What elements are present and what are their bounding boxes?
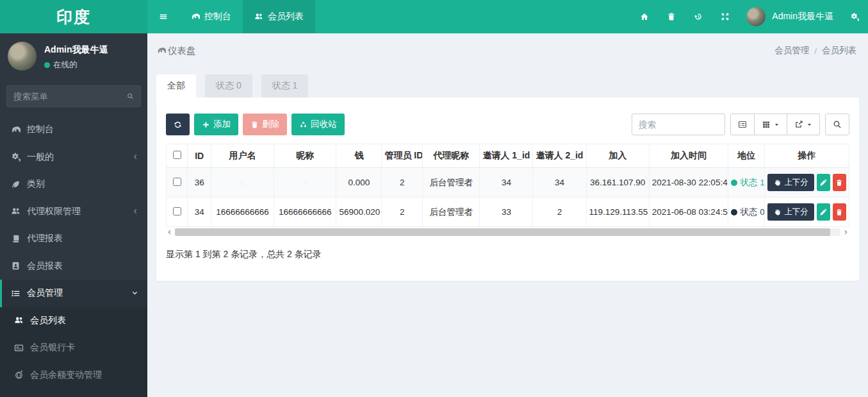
hand-icon [773, 208, 781, 216]
column-header[interactable]: 代理昵称 [423, 144, 480, 168]
navbar: 控制台 会员列表 Admin我最牛逼 [147, 0, 868, 33]
sidebar-item-member-report[interactable]: 会员报表 [0, 253, 147, 280]
delete-button[interactable]: 删除 [243, 114, 287, 135]
tab-all[interactable]: 全部 [156, 74, 196, 97]
column-header[interactable]: 地位 [728, 144, 765, 168]
column-header[interactable]: 昵称 [274, 144, 336, 168]
sidebar: Admin我最牛逼 在线的 控制台 一般的 类别 [0, 33, 147, 397]
page-title: 仪表盘 [157, 45, 196, 57]
sidebar-subitem-member-list[interactable]: 会员列表 [0, 307, 147, 335]
column-header[interactable]: 加入 [586, 144, 649, 168]
scrollbar-thumb[interactable] [175, 228, 830, 236]
export-icon [794, 120, 803, 129]
sidebar-item-console[interactable]: 控制台 [0, 116, 147, 144]
row-checkbox[interactable] [173, 178, 181, 186]
trash-button[interactable] [658, 0, 685, 33]
sidebar-search-input[interactable] [13, 92, 127, 101]
cell-inviter1-id: 33 [480, 198, 533, 227]
scroll-left-icon[interactable] [166, 229, 172, 235]
scrollbar-track[interactable] [175, 228, 840, 236]
sidebar-subitem-member-bank-card[interactable]: 会员银行卡 [0, 334, 147, 362]
hand-icon [773, 179, 781, 187]
row-delete-button[interactable] [833, 174, 846, 191]
column-header[interactable]: 邀请人 2_id [533, 144, 586, 168]
refresh-button[interactable] [166, 114, 190, 135]
avatar [8, 42, 37, 71]
select-all-checkbox[interactable] [173, 151, 181, 159]
column-header[interactable]: 操作 [765, 144, 849, 168]
column-header[interactable]: 管理员 ID [382, 144, 423, 168]
sidebar-search [6, 85, 141, 107]
row-actions: 上下分 [767, 203, 846, 221]
sidebar-item-label: 会员余额变动管理 [30, 369, 102, 381]
sidebar-menu: 控制台 一般的 类别 代理权限管理 代理报表 会员报表 [0, 116, 147, 307]
column-header[interactable]: 用户名 [211, 144, 274, 168]
refresh-icon [174, 121, 182, 129]
detail-view-button[interactable] [730, 114, 755, 135]
bank-card-icon [14, 343, 24, 353]
fullscreen-button[interactable] [712, 0, 739, 33]
recycle-bin-button[interactable]: 回收站 [291, 114, 345, 135]
cell-money: 0.000 [336, 168, 382, 198]
recycle-icon [299, 121, 307, 129]
sidebar-subitem-points-change[interactable]: 会员积分变动管理 [0, 389, 147, 397]
sidebar-item-agent-permission[interactable]: 代理权限管理 [0, 198, 147, 226]
column-header[interactable]: 钱 [336, 144, 382, 168]
users-icon [11, 207, 20, 216]
sidebar-user-status: 在线的 [44, 60, 108, 71]
settings-button[interactable] [841, 0, 868, 33]
column-header[interactable]: 邀请人 1_id [480, 144, 533, 168]
sidebar-item-general[interactable]: 一般的 [0, 144, 147, 171]
score-adjust-button[interactable]: 上下分 [767, 174, 814, 191]
score-adjust-button[interactable]: 上下分 [767, 203, 814, 221]
records-summary: 显示第 1 到第 2 条记录，总共 2 条记录 [166, 249, 849, 260]
users-icon [254, 12, 263, 21]
sidebar-item-label: 类别 [27, 178, 45, 190]
nav-item-label: 会员列表 [268, 11, 304, 22]
status-badge: 状态 1 [731, 177, 764, 189]
brand-logo[interactable]: 印度 [0, 0, 147, 33]
sidebar-item-category[interactable]: 类别 [0, 171, 147, 198]
table-search-input[interactable] [632, 114, 725, 135]
edit-button[interactable] [817, 203, 830, 221]
nav-item-member-list[interactable]: 会员列表 [243, 0, 315, 33]
advanced-search-button[interactable] [825, 114, 849, 135]
column-header[interactable]: ID [188, 144, 211, 168]
columns-button[interactable] [755, 114, 787, 135]
trash-icon [667, 12, 676, 21]
column-header[interactable]: 加入时间 [649, 144, 728, 168]
trash-icon [250, 121, 259, 129]
home-button[interactable] [631, 0, 658, 33]
nav-item-console[interactable]: 控制台 [179, 0, 243, 33]
sidebar-item-label: 会员报表 [27, 260, 63, 272]
export-button[interactable] [787, 114, 820, 135]
edit-button[interactable] [817, 174, 830, 191]
sidebar-toggle-button[interactable] [147, 0, 179, 33]
online-dot-icon [44, 62, 50, 68]
cell-inviter2-id: 2 [533, 198, 586, 227]
history-button[interactable] [685, 0, 712, 33]
expand-arrows-icon [721, 12, 730, 21]
sidebar-submenu: 会员列表 会员银行卡 会员余额变动管理 会员积分变动管理 [0, 307, 147, 397]
gears-icon [11, 152, 20, 162]
sidebar-subitem-balance-change[interactable]: 会员余额变动管理 [0, 362, 147, 389]
tab-status-1[interactable]: 状态 1 [261, 74, 309, 97]
breadcrumb-parent[interactable]: 会员管理 [774, 45, 809, 56]
navbar-user-menu[interactable]: Admin我最牛逼 [739, 0, 841, 33]
row-delete-button[interactable] [833, 203, 846, 221]
search-icon[interactable] [127, 92, 134, 101]
pencil-icon [819, 208, 827, 216]
scroll-right-icon[interactable] [843, 229, 849, 235]
sidebar-item-member-management[interactable]: 会员管理 [0, 280, 147, 307]
leaf-icon [11, 180, 20, 189]
cell-join-ip: 119.129.113.55 [586, 198, 649, 227]
cell-nickname: · [304, 178, 307, 187]
tab-status-0[interactable]: 状态 0 [205, 74, 252, 97]
cell-agent-nickname: 后台管理者 [423, 168, 480, 198]
sidebar-item-agent-report[interactable]: 代理报表 [0, 225, 147, 253]
hamburger-icon [159, 12, 168, 21]
add-button[interactable]: 添加 [194, 114, 238, 135]
table-toolbar: 添加 删除 回收站 [166, 114, 849, 135]
status-dot-icon [731, 209, 737, 215]
row-checkbox[interactable] [173, 207, 181, 215]
